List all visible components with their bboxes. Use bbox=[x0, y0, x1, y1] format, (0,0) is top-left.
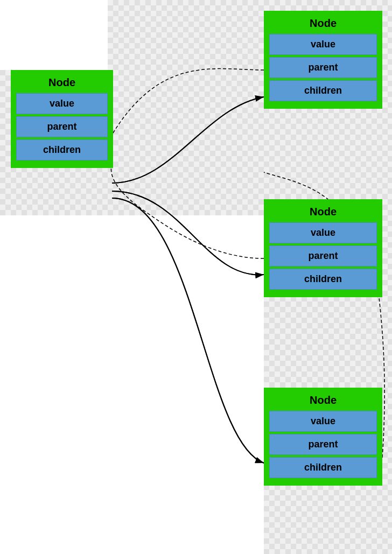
node-left-parent: parent bbox=[16, 116, 108, 137]
node-top-right-value: value bbox=[269, 34, 377, 55]
node-top-right-title: Node bbox=[269, 16, 377, 31]
node-mid-right-parent: parent bbox=[269, 246, 377, 267]
node-top-right: Node value parent children bbox=[264, 11, 382, 109]
white-area-top-left bbox=[0, 0, 108, 70]
node-top-right-children: children bbox=[269, 80, 377, 101]
node-left-value: value bbox=[16, 93, 108, 114]
node-bottom-right: Node value parent children bbox=[264, 388, 382, 486]
node-mid-right: Node value parent children bbox=[264, 199, 382, 297]
node-left-children: children bbox=[16, 139, 108, 160]
node-bottom-right-value: value bbox=[269, 411, 377, 432]
node-bottom-right-children: children bbox=[269, 457, 377, 478]
node-left: Node value parent children bbox=[11, 70, 113, 168]
node-mid-right-children: children bbox=[269, 269, 377, 290]
node-mid-right-value: value bbox=[269, 222, 377, 243]
node-bottom-right-title: Node bbox=[269, 393, 377, 408]
node-mid-right-title: Node bbox=[269, 205, 377, 219]
white-area-bottom-left bbox=[0, 215, 264, 554]
node-bottom-right-parent: parent bbox=[269, 434, 377, 455]
node-top-right-parent: parent bbox=[269, 57, 377, 78]
node-left-title: Node bbox=[16, 75, 108, 90]
